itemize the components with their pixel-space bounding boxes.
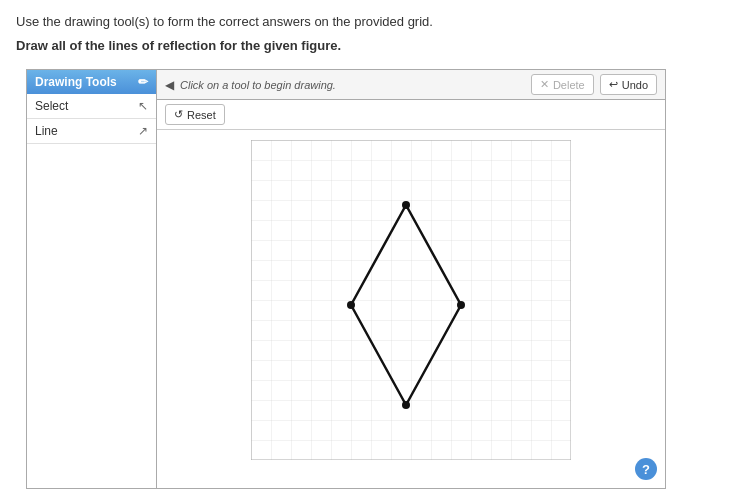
- undo-label: Undo: [622, 79, 648, 91]
- delete-button[interactable]: ✕ Delete: [531, 74, 594, 95]
- instructions-area: Use the drawing tool(s) to form the corr…: [16, 12, 718, 55]
- delete-label: Delete: [553, 79, 585, 91]
- svg-point-2: [402, 201, 410, 209]
- toolbar: ◀ Click on a tool to begin drawing. ✕ De…: [157, 70, 665, 100]
- tool-line[interactable]: Line ↗: [27, 119, 156, 144]
- svg-point-4: [402, 401, 410, 409]
- grid-canvas: [251, 140, 571, 460]
- svg-point-5: [347, 301, 355, 309]
- instruction-line1: Use the drawing tool(s) to form the corr…: [16, 12, 718, 32]
- tool-select[interactable]: Select ↖: [27, 94, 156, 119]
- tool-select-icon: ↖: [138, 99, 148, 113]
- help-icon: ?: [642, 462, 650, 477]
- grid-area[interactable]: ?: [157, 130, 665, 488]
- tools-header: Drawing Tools ✏: [27, 70, 156, 94]
- right-panel: ◀ Click on a tool to begin drawing. ✕ De…: [157, 70, 665, 488]
- svg-point-3: [457, 301, 465, 309]
- grid-svg: [251, 140, 571, 460]
- svg-rect-0: [251, 140, 571, 460]
- tool-line-icon: ↗: [138, 124, 148, 138]
- toolbar-collapse-icon: ◀: [165, 78, 174, 92]
- tools-panel: Drawing Tools ✏ Select ↖ Line ↗: [27, 70, 157, 488]
- toolbar-hint: Click on a tool to begin drawing.: [180, 79, 525, 91]
- delete-icon: ✕: [540, 78, 549, 91]
- reset-icon: ↺: [174, 108, 183, 121]
- main-area: Drawing Tools ✏ Select ↖ Line ↗ ◀ Click …: [26, 69, 666, 489]
- undo-button[interactable]: ↩ Undo: [600, 74, 657, 95]
- tools-header-label: Drawing Tools: [35, 75, 117, 89]
- reset-button[interactable]: ↺ Reset: [165, 104, 225, 125]
- tool-select-label: Select: [35, 99, 68, 113]
- help-button[interactable]: ?: [635, 458, 657, 480]
- tool-line-label: Line: [35, 124, 58, 138]
- reset-label: Reset: [187, 109, 216, 121]
- toolbar-row2: ↺ Reset: [157, 100, 665, 130]
- undo-icon: ↩: [609, 78, 618, 91]
- tools-header-icon: ✏: [138, 75, 148, 89]
- instruction-line2: Draw all of the lines of reflection for …: [16, 36, 718, 56]
